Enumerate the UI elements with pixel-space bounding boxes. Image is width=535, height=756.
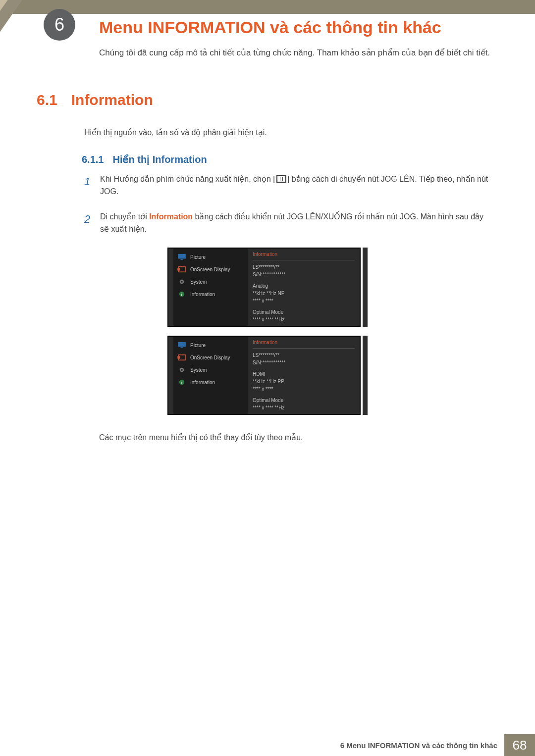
osd-item-onscreen: OnScreen Display [177, 354, 244, 361]
osd-item-label: System [190, 367, 207, 373]
info-icon: i [177, 291, 186, 298]
osd-item-label: OnScreen Display [190, 355, 230, 360]
osd-source: Analog [253, 282, 355, 290]
svg-point-13 [181, 369, 183, 371]
svg-rect-8 [178, 342, 186, 347]
osd-model: LS********/** [253, 263, 355, 271]
subsection-title: Hiển thị Information [112, 153, 207, 165]
section-number: 6.1 [37, 92, 57, 108]
osd-icon [177, 354, 186, 361]
svg-text:i: i [181, 380, 182, 385]
osd-edge-right [363, 336, 368, 415]
footer-text: 6 Menu INFORMATION và các thông tin khác [340, 734, 504, 756]
osd-resolution: **** x **** [253, 297, 355, 304]
svg-point-5 [181, 281, 183, 283]
gear-icon [177, 278, 186, 285]
page-footer: 6 Menu INFORMATION và các thông tin khác… [0, 734, 535, 756]
section-title: Information [71, 92, 153, 108]
menu-icon [276, 175, 286, 183]
svg-rect-0 [178, 254, 186, 259]
chapter-title: Menu INFORMATION và các thông tin khác [99, 18, 515, 37]
osd-pane-title: Information [253, 340, 355, 345]
osd-menu-list: Picture OnScreen Display System i Inform… [173, 337, 248, 414]
info-icon: i [177, 379, 186, 386]
top-bar [0, 0, 535, 14]
osd-item-label: Picture [190, 343, 206, 348]
osd-icon [177, 266, 186, 273]
osd-item-system: System [177, 366, 244, 373]
osd-screenshot-1: Picture OnScreen Display System i Inform… [167, 248, 361, 327]
monitor-icon [177, 253, 186, 260]
osd-sn: S/N:************ [253, 359, 355, 366]
osd-info-pane: Information LS********/** S/N:**********… [248, 249, 360, 326]
osd-item-label: Information [190, 292, 215, 297]
svg-text:i: i [181, 292, 182, 297]
svg-rect-9 [180, 347, 183, 348]
step-text-a: Khi Hướng dẫn phím chức năng xuất hiện, … [100, 175, 275, 183]
osd-item-system: System [177, 278, 244, 285]
osd-item-information: i Information [177, 291, 244, 298]
osd-frequency: **kHz **Hz NP [253, 290, 355, 297]
subsection-heading: 6.1.1 Hiển thị Information [82, 153, 207, 165]
osd-optimal: **** x **** **Hz [253, 316, 355, 323]
osd-item-picture: Picture [177, 253, 244, 260]
osd-item-label: OnScreen Display [190, 267, 230, 272]
svg-rect-1 [180, 259, 183, 260]
intro-paragraph: Chúng tôi đã cung cấp mô tả chi tiết của… [99, 47, 490, 59]
osd-optimal: **** x **** **Hz [253, 404, 355, 411]
osd-item-label: Information [190, 380, 215, 385]
step-text: Khi Hướng dẫn phím chức năng xuất hiện, … [100, 173, 490, 198]
osd-item-information: i Information [177, 379, 244, 386]
osd-screenshot-2: Picture OnScreen Display System i Inform… [167, 336, 361, 415]
osd-info-pane: Information LS********/** S/N:**********… [248, 337, 360, 414]
step-text-a: Di chuyển tới [100, 212, 149, 221]
osd-item-label: System [190, 279, 207, 285]
chapter-number-badge: 6 [44, 9, 75, 41]
osd-optimal-label: Optimal Mode [253, 308, 355, 316]
step-2: 2 Di chuyển tới Information bằng cách đi… [84, 211, 490, 236]
osd-sn: S/N:************ [253, 271, 355, 278]
osd-edge-right [363, 248, 368, 327]
section-description: Hiển thị nguồn vào, tần số và độ phân gi… [84, 128, 490, 137]
osd-item-onscreen: OnScreen Display [177, 266, 244, 273]
monitor-icon [177, 342, 186, 349]
osd-pane-title: Information [253, 252, 355, 257]
osd-frequency: **kHz **Hz PP [253, 378, 355, 385]
svg-rect-3 [177, 268, 180, 270]
step-number: 1 [84, 173, 93, 198]
osd-resolution: **** x **** [253, 385, 355, 393]
osd-item-picture: Picture [177, 342, 244, 349]
gear-icon [177, 366, 186, 373]
osd-source: HDMI [253, 370, 355, 378]
step-emphasis: Information [149, 212, 193, 221]
subsection-number: 6.1.1 [82, 154, 104, 165]
osd-edge-left [168, 337, 173, 414]
osd-model: LS********/** [253, 352, 355, 359]
osd-menu-list: Picture OnScreen Display System i Inform… [173, 249, 248, 326]
section-heading: 6.1 Information [37, 92, 153, 108]
osd-optimal-label: Optimal Mode [253, 397, 355, 404]
step-text: Di chuyển tới Information bằng cách điều… [100, 211, 490, 236]
figure-caption: Các mục trên menu hiển thị có thể thay đ… [99, 433, 490, 442]
osd-item-label: Picture [190, 254, 206, 260]
step-number: 2 [84, 211, 93, 236]
osd-edge-left [168, 249, 173, 326]
svg-rect-11 [177, 356, 180, 358]
step-1: 1 Khi Hướng dẫn phím chức năng xuất hiện… [84, 173, 490, 198]
page-number: 68 [504, 734, 535, 756]
